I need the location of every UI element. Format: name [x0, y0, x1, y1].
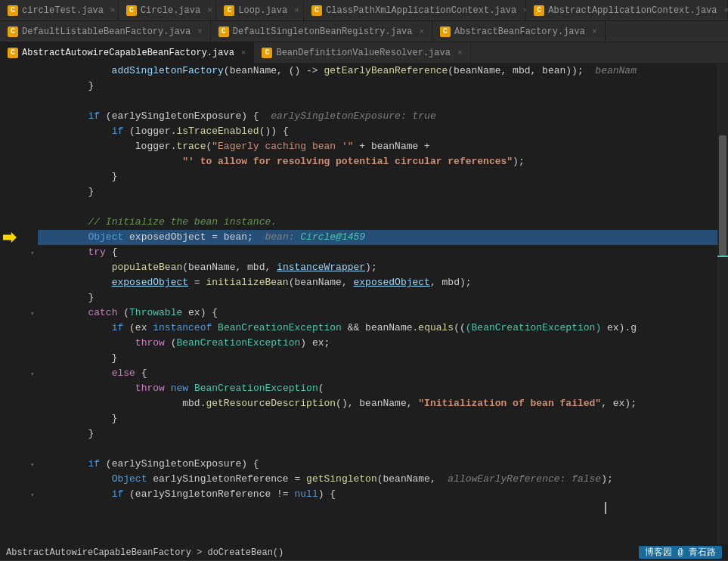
tab-close-loop[interactable]: × [294, 6, 299, 15]
gutter-line [0, 351, 38, 366]
tab-icon-abstractbean: C [440, 26, 451, 37]
gutter-line [0, 381, 38, 396]
code-line-close-if: } [38, 351, 728, 366]
tab-abstractbean[interactable]: C AbstractBeanFactory.java × [432, 21, 605, 42]
code-line-close3: } [38, 184, 728, 200]
tab-close-defaultsingleton[interactable]: × [420, 27, 425, 36]
code-line-addsingleton: addSingletonFactory(beanName, () -> getE… [38, 64, 728, 79]
cursor [605, 502, 606, 514]
fold-icon-else[interactable]: ▾ [29, 369, 35, 379]
gutter-fold-try[interactable]: ▾ [0, 245, 38, 260]
tab-loop[interactable]: C Loop.java × [216, 0, 304, 21]
tab-icon-abstractapp: C [534, 5, 544, 16]
code-line-throw1: throw (BeanCreationException) ex; [38, 336, 728, 351]
code-line-throw2: throw new BeanCreationException( [38, 381, 728, 396]
tab-defaultsingleton[interactable]: C DefaultSingletonBeanRegistry.java × [211, 21, 432, 42]
tab-abstractautowire[interactable]: C AbstractAutowireCapableBeanFactory.jav… [0, 42, 254, 64]
code-line-try: try { [38, 245, 728, 260]
code-line-if-instanceof: if (ex instanceof BeanCreationException … [38, 321, 728, 336]
tab-classpathxml[interactable]: C ClassPathXmlApplicationContext.java × [304, 0, 526, 21]
breadcrumb-bar: AbstractAutowireCapableBeanFactory > doC… [0, 544, 728, 561]
gutter-line [0, 169, 38, 184]
gutter-line [0, 321, 38, 336]
gutter-line [0, 396, 38, 411]
tab-circletest[interactable]: C circleTest.java × [0, 0, 119, 21]
gutter-line [0, 426, 38, 442]
tab-icon-defaultsingleton: C [218, 26, 229, 37]
gutter-fold-catch[interactable]: ▾ [0, 305, 38, 321]
tab-abstractapp[interactable]: C AbstractApplicationContext.java × [526, 0, 728, 21]
scroll-mark-1 [717, 256, 728, 257]
tab-beandefinition[interactable]: C BeanDefinitionValueResolver.java × [254, 42, 470, 64]
tab-close-defaultlistable[interactable]: × [197, 27, 203, 36]
gutter-line [0, 336, 38, 351]
tab-bar-row1: C circleTest.java × C Circle.java × C Lo… [0, 0, 728, 21]
gutter-fold-if3[interactable]: ▾ [0, 487, 38, 502]
fold-icon-try[interactable]: ▾ [29, 248, 35, 258]
gutter-fold-else[interactable]: ▾ [0, 366, 38, 381]
tab-bar-row2: C DefaultListableBeanFactory.java × C De… [0, 21, 728, 42]
gutter-debug-line [0, 230, 38, 245]
gutter-line [0, 124, 38, 139]
tab-close-circletest[interactable]: × [110, 6, 116, 15]
tab-close-abstractapp[interactable]: × [724, 6, 728, 15]
code-line-catch: catch (Throwable ex) { [38, 305, 728, 321]
code-line-getsingleton: Object earlySingletonReference = getSing… [38, 472, 728, 487]
tab-icon-beandefinition: C [262, 48, 272, 58]
code-editor[interactable]: addSingletonFactory(beanName, () -> getE… [38, 64, 728, 544]
tab-icon-circletest: C [8, 5, 18, 16]
scrollbar-track[interactable] [717, 64, 728, 544]
left-gutter: ▾ ▾ ▾ ▾ ▾ [0, 64, 38, 544]
code-line-close2: } [38, 169, 728, 184]
editor-body: ▾ ▾ ▾ ▾ ▾ [0, 64, 728, 544]
gutter-line [0, 109, 38, 124]
tab-icon-loop: C [224, 5, 234, 16]
tab-circle[interactable]: C Circle.java × [119, 0, 216, 21]
code-line-close-try: } [38, 290, 728, 305]
tab-close-beandefinition[interactable]: × [457, 48, 463, 57]
gutter-line [0, 442, 38, 457]
fold-icon-catch[interactable]: ▾ [29, 308, 35, 318]
tab-close-circle[interactable]: × [207, 6, 212, 15]
code-line-empty2 [38, 200, 728, 215]
code-line-throw-args: mbd.getResourceDescription(), beanName, … [38, 396, 728, 411]
code-line-close-catch: } [38, 426, 728, 442]
code-line-close1: } [38, 79, 728, 94]
gutter-line [0, 64, 38, 79]
code-line-populate: populateBean(beanName, mbd, instanceWrap… [38, 260, 728, 275]
gutter-line [0, 139, 38, 154]
gutter-line [0, 94, 38, 109]
code-line-else: else { [38, 366, 728, 381]
gutter-line [0, 411, 38, 426]
fold-icon-if3[interactable]: ▾ [29, 490, 35, 500]
tab-close-abstractautowire[interactable]: × [241, 48, 246, 57]
gutter-fold-if2[interactable]: ▾ [0, 457, 38, 472]
gutter-line [0, 260, 38, 275]
code-line-if-logger: if (logger.isTraceEnabled()) { [38, 124, 728, 139]
blog-label: 博客园 @ 青石路 [639, 546, 722, 559]
editor-container: C circleTest.java × C Circle.java × C Lo… [0, 0, 728, 561]
tab-bar-row3: C AbstractAutowireCapableBeanFactory.jav… [0, 42, 728, 64]
gutter-line [0, 79, 38, 94]
code-line-string-cont: "' to allow for resolving potential circ… [38, 154, 728, 169]
gutter-line [0, 184, 38, 200]
tab-icon-classpathxml: C [311, 5, 322, 16]
tab-icon-circle: C [126, 5, 137, 16]
code-line-close-else: } [38, 411, 728, 426]
code-line-logger-trace: logger.trace("Eagerly caching bean '" + … [38, 139, 728, 154]
fold-icon-if2[interactable]: ▾ [29, 460, 35, 470]
gutter-line [0, 200, 38, 215]
code-line-empty1 [38, 94, 728, 109]
code-line-if-early: if (earlySingletonExposure) { earlySingl… [38, 109, 728, 124]
gutter-line [0, 275, 38, 290]
breadcrumb-text: AbstractAutowireCapableBeanFactory > doC… [6, 547, 283, 558]
code-line-if-null: if (earlySingletonReference != null) { [38, 487, 728, 502]
gutter-line [0, 154, 38, 169]
code-line-exposed-object: Object exposedObject = bean; bean: Circl… [38, 230, 728, 245]
code-line-comment: // Initialize the bean instance. [38, 215, 728, 230]
scrollbar-thumb[interactable] [719, 135, 726, 256]
tab-defaultlistable[interactable]: C DefaultListableBeanFactory.java × [0, 21, 211, 42]
code-line-if-early2: if (earlySingletonExposure) { [38, 457, 728, 472]
tab-close-abstractbean[interactable]: × [592, 27, 597, 36]
code-line-empty3 [38, 442, 728, 457]
